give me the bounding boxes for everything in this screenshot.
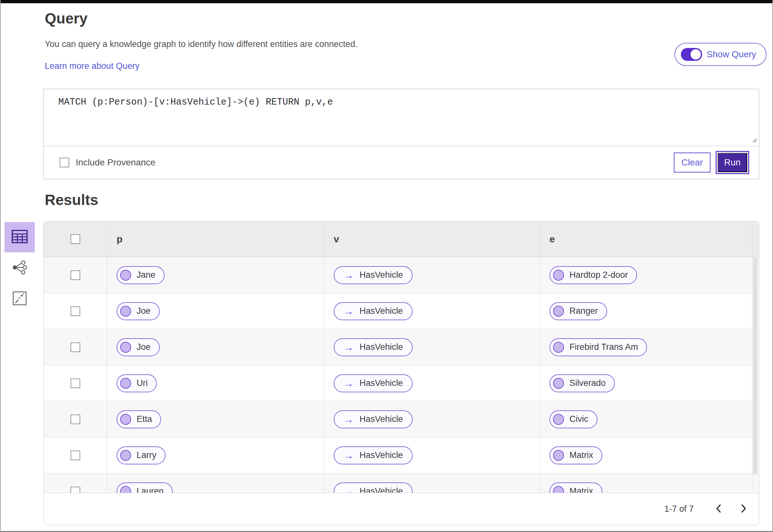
row-select-cell bbox=[44, 437, 107, 473]
row-select-cell bbox=[44, 293, 107, 329]
window-top-edge bbox=[0, 0, 773, 3]
clear-button[interactable]: Clear bbox=[674, 153, 711, 173]
cell-v: → HasVehicle bbox=[324, 293, 540, 329]
cell-e: Hardtop 2-door bbox=[540, 257, 752, 293]
entity-pill[interactable]: Firebird Trans Am bbox=[549, 338, 647, 356]
relation-pill[interactable]: → HasVehicle bbox=[334, 410, 413, 428]
entity-pill[interactable]: Hardtop 2-door bbox=[549, 266, 637, 284]
cell-e: Matrix bbox=[540, 473, 752, 493]
entity-pill-label: Ranger bbox=[569, 306, 598, 316]
pagination-range-label: 1-7 of 7 bbox=[664, 504, 694, 514]
entity-pill-label: Hardtop 2-door bbox=[569, 270, 628, 280]
entity-pill[interactable]: Joe bbox=[116, 338, 160, 356]
query-code-editor[interactable]: MATCH (p:Person)-[v:HasVehicle]->(e) RET… bbox=[58, 97, 333, 107]
relation-pill[interactable]: → HasVehicle bbox=[334, 374, 413, 392]
relation-pill-label: HasVehicle bbox=[359, 450, 403, 460]
cell-v: → HasVehicle bbox=[324, 401, 540, 437]
row-checkbox[interactable] bbox=[70, 270, 80, 280]
entity-pill[interactable]: Civic bbox=[549, 410, 598, 428]
select-all-checkbox[interactable] bbox=[70, 234, 80, 244]
entity-pill[interactable]: Joe bbox=[116, 302, 160, 320]
entity-pill-label: Jane bbox=[136, 270, 155, 280]
row-checkbox[interactable] bbox=[70, 378, 80, 388]
include-provenance-label: Include Provenance bbox=[76, 157, 155, 168]
entity-pill[interactable]: Uri bbox=[116, 374, 157, 392]
cell-p: Larry bbox=[107, 437, 324, 473]
relation-pill-label: HasVehicle bbox=[359, 378, 403, 388]
query-panel: MATCH (p:Person)-[v:HasVehicle]->(e) RET… bbox=[43, 89, 759, 179]
row-checkbox[interactable] bbox=[70, 487, 80, 493]
relation-pill[interactable]: → HasVehicle bbox=[334, 266, 413, 284]
relation-pill[interactable]: → HasVehicle bbox=[334, 446, 413, 464]
cell-p: Joe bbox=[107, 329, 324, 365]
scrollbar-gutter bbox=[752, 473, 759, 493]
relation-pill-label: HasVehicle bbox=[359, 414, 403, 424]
row-select-cell bbox=[44, 401, 107, 437]
chart-view-button[interactable] bbox=[5, 284, 35, 314]
column-header-p: p bbox=[107, 221, 324, 257]
arrow-right-icon: → bbox=[343, 306, 354, 316]
row-select-cell bbox=[44, 257, 107, 293]
previous-page-button[interactable] bbox=[714, 503, 723, 516]
entity-node-icon bbox=[120, 270, 131, 281]
include-provenance-checkbox[interactable] bbox=[60, 158, 69, 167]
entity-pill-label: Etta bbox=[136, 414, 152, 424]
page-title: Query bbox=[45, 10, 88, 27]
entity-pill-label: Matrix bbox=[569, 450, 593, 460]
arrow-right-icon: → bbox=[343, 414, 354, 425]
query-description: You can query a knowledge graph to ident… bbox=[45, 39, 358, 49]
query-panel-footer: Include Provenance Clear Run bbox=[44, 146, 759, 179]
show-query-toggle[interactable]: Show Query bbox=[675, 43, 767, 66]
table-row: Jane → HasVehicle Hardtop 2-door bbox=[44, 257, 759, 293]
row-checkbox[interactable] bbox=[70, 451, 80, 460]
entity-node-icon bbox=[120, 342, 131, 353]
cell-e: Firebird Trans Am bbox=[540, 329, 752, 365]
entity-pill[interactable]: Etta bbox=[116, 410, 161, 428]
cell-e: Silverado bbox=[540, 365, 752, 401]
entity-pill[interactable]: Silverado bbox=[549, 374, 615, 392]
row-checkbox[interactable] bbox=[70, 415, 80, 424]
entity-pill[interactable]: Lauren bbox=[116, 482, 172, 493]
table-view-button[interactable] bbox=[5, 222, 35, 252]
row-checkbox[interactable] bbox=[70, 342, 80, 352]
resize-grip-icon[interactable] bbox=[751, 137, 757, 144]
row-checkbox[interactable] bbox=[70, 306, 80, 316]
run-button[interactable]: Run bbox=[718, 153, 747, 172]
scatter-chart-icon bbox=[13, 291, 27, 307]
entity-pill[interactable]: Larry bbox=[116, 446, 165, 464]
table-row: Larry → HasVehicle Matrix bbox=[44, 437, 759, 473]
vertical-scrollbar-thumb[interactable] bbox=[753, 258, 758, 474]
arrow-right-icon: → bbox=[343, 450, 354, 461]
cell-e: Matrix bbox=[540, 437, 752, 473]
entity-pill-label: Firebird Trans Am bbox=[569, 342, 638, 352]
entity-pill-label: Joe bbox=[136, 306, 151, 316]
cell-v: → HasVehicle bbox=[324, 365, 540, 401]
cell-p: Jane bbox=[107, 257, 324, 293]
entity-pill[interactable]: Matrix bbox=[549, 482, 602, 493]
relation-pill-label: HasVehicle bbox=[359, 486, 403, 493]
network-icon bbox=[12, 260, 27, 276]
table-row: Lauren → HasVehicle Matrix bbox=[44, 473, 759, 493]
entity-pill-label: Larry bbox=[136, 450, 156, 460]
relation-pill[interactable]: → HasVehicle bbox=[334, 302, 413, 320]
cell-p: Joe bbox=[107, 293, 324, 329]
arrow-right-icon: → bbox=[343, 486, 354, 493]
entity-pill-label: Silverado bbox=[569, 378, 606, 388]
learn-more-link[interactable]: Learn more about Query bbox=[45, 61, 139, 71]
graph-view-button[interactable] bbox=[5, 253, 35, 283]
relation-pill[interactable]: → HasVehicle bbox=[334, 338, 413, 356]
row-select-cell bbox=[44, 473, 107, 493]
chevron-right-icon bbox=[740, 504, 747, 514]
entity-node-icon bbox=[553, 270, 564, 281]
entity-node-icon bbox=[553, 486, 564, 493]
entity-pill[interactable]: Matrix bbox=[549, 446, 602, 464]
table-header: p v e bbox=[44, 221, 759, 257]
table-row: Joe → HasVehicle Firebird Trans Am bbox=[44, 329, 759, 365]
relation-pill[interactable]: → HasVehicle bbox=[334, 482, 413, 493]
cell-p: Uri bbox=[107, 365, 324, 401]
entity-pill[interactable]: Ranger bbox=[549, 302, 607, 320]
entity-node-icon bbox=[120, 378, 131, 389]
relation-pill-label: HasVehicle bbox=[359, 342, 403, 352]
next-page-button[interactable] bbox=[739, 503, 749, 516]
entity-pill[interactable]: Jane bbox=[116, 266, 164, 284]
